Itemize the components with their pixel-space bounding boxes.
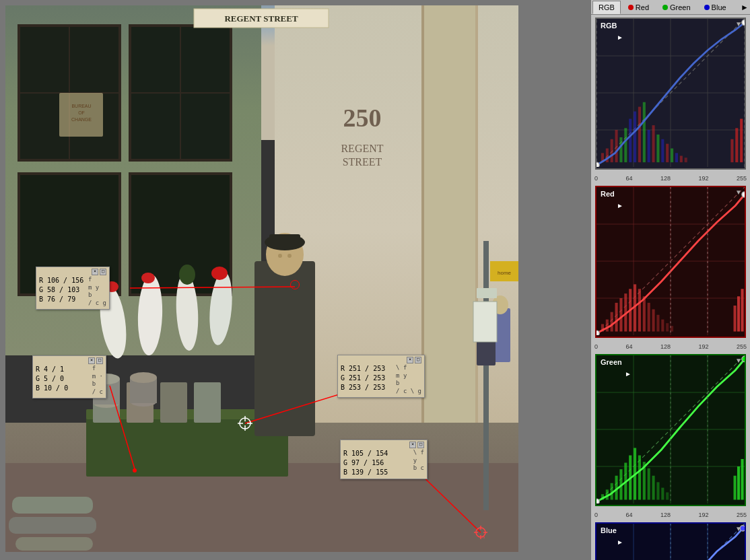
popup-max-2[interactable]: □	[96, 357, 103, 364]
svg-point-59	[130, 372, 157, 383]
right-panel: RGB Red Green Blue ► RGB ► ▼	[591, 0, 750, 560]
red-channel-wrapper: Red ► ▼	[593, 184, 748, 339]
svg-text:CHANGE: CHANGE	[71, 117, 92, 122]
tab-green-dot	[662, 5, 668, 10]
red-channel-panel: Red ► ▼	[595, 186, 746, 338]
svg-rect-135	[661, 320, 664, 332]
svg-rect-91	[611, 139, 613, 162]
popup-max-1[interactable]: □	[100, 269, 106, 275]
red-nav-arrow[interactable]: ▼	[735, 188, 742, 196]
svg-rect-167	[734, 476, 737, 500]
svg-rect-103	[666, 144, 669, 163]
svg-text:OF: OF	[78, 110, 85, 115]
svg-rect-140	[741, 289, 744, 331]
svg-rect-46	[269, 234, 300, 248]
marker-crosshair-3[interactable]	[238, 416, 252, 431]
svg-point-170	[596, 499, 599, 503]
red-axis-192: 192	[698, 343, 708, 350]
svg-point-40	[141, 273, 155, 283]
popup1-b: B 76 / 79	[39, 295, 87, 304]
popup-max-4[interactable]: □	[417, 442, 424, 448]
svg-rect-43	[254, 261, 315, 436]
svg-text:STREET: STREET	[343, 156, 382, 168]
rgb-axis-0: 0	[594, 175, 598, 182]
svg-text:BUREAU: BUREAU	[71, 104, 91, 108]
green-axis-255: 255	[737, 512, 747, 518]
popup-close-4[interactable]: ×	[409, 442, 416, 448]
svg-text:250: 250	[343, 104, 382, 132]
color-popup-3[interactable]: × □ R 251 / 253 G 251 / 253 B 253 / 253 …	[337, 355, 425, 398]
svg-rect-94	[624, 128, 627, 162]
popup4-b: B 139 / 155	[343, 468, 412, 477]
red-pointer[interactable]: ►	[617, 202, 623, 209]
popup-close-1[interactable]: ×	[92, 269, 98, 275]
svg-rect-134	[656, 315, 659, 332]
svg-rect-62	[15, 537, 93, 551]
svg-rect-166	[666, 493, 669, 500]
tab-rgb[interactable]: RGB	[592, 1, 621, 14]
nav-arrow-right[interactable]: ►	[741, 3, 749, 12]
svg-rect-96	[634, 112, 636, 163]
blue-channel-panel: Blue ► ▼	[595, 522, 746, 560]
rgb-nav-arrow[interactable]: ▼	[735, 20, 742, 28]
svg-rect-107	[685, 158, 687, 162]
svg-rect-105	[675, 153, 678, 162]
popup1-g: G 58 / 103	[39, 285, 87, 295]
red-axis-0: 0	[594, 343, 598, 350]
green-pointer[interactable]: ►	[625, 370, 632, 378]
tab-red-label: Red	[636, 3, 649, 11]
svg-rect-66	[473, 302, 497, 342]
photo-container: BUREAU OF CHANGE 250 REGENT STREET REGEN…	[5, 5, 518, 552]
color-popup-2[interactable]: × □ R 4 / 1 G 5 / 0 B 10 / 0 f m · b / c	[32, 355, 106, 398]
marker-compass-4[interactable]: n	[473, 525, 488, 540]
popup1-letters: f m y b / c g	[88, 276, 106, 308]
rgb-axis-numbers: 0 64 128 192 255	[593, 175, 748, 182]
svg-rect-137	[671, 326, 673, 331]
color-popup-4[interactable]: × □ R 105 / 154 G 97 / 156 B 139 / 155 \…	[340, 440, 428, 479]
green-nav-arrow[interactable]: ▼	[735, 357, 742, 364]
tab-red[interactable]: Red	[622, 1, 655, 14]
green-channel-label: Green	[601, 358, 622, 366]
svg-rect-98	[643, 102, 646, 162]
rgb-pointer[interactable]: ►	[617, 34, 623, 41]
popup3-r: R 251 / 253	[341, 364, 395, 374]
svg-rect-136	[666, 323, 669, 331]
tab-green[interactable]: Green	[656, 1, 697, 14]
svg-point-47	[278, 254, 282, 258]
rgb-axis-255: 255	[737, 175, 747, 182]
svg-rect-169	[741, 459, 744, 500]
red-channel-label: Red	[601, 190, 615, 198]
tab-blue[interactable]: Blue	[698, 1, 732, 14]
popup2-g: G 5 / 0	[36, 374, 91, 384]
popup-close-2[interactable]: ×	[88, 357, 95, 364]
svg-rect-34	[194, 382, 221, 423]
svg-rect-164	[656, 482, 659, 499]
tab-rgb-label: RGB	[599, 3, 615, 11]
panels-container: RGB ► ▼	[591, 15, 750, 560]
marker-dot-2[interactable]	[133, 468, 137, 473]
svg-rect-61	[9, 517, 96, 534]
popup-close-3[interactable]: ×	[407, 357, 413, 363]
popup-max-3[interactable]: □	[415, 357, 421, 363]
svg-rect-104	[671, 149, 673, 163]
blue-nav-arrow[interactable]: ▼	[735, 525, 742, 532]
rgb-axis-192: 192	[698, 175, 708, 182]
svg-rect-95	[629, 119, 632, 163]
green-channel-wrapper: Green ► ▼	[593, 353, 748, 508]
color-popup-1[interactable]: × □ R 106 / 156 G 58 / 103 B 76 / 79 f m…	[36, 267, 110, 310]
svg-rect-125	[615, 303, 618, 332]
svg-rect-139	[737, 296, 740, 331]
svg-rect-110	[740, 119, 743, 163]
svg-rect-126	[619, 298, 622, 332]
blue-pointer[interactable]: ►	[617, 538, 623, 546]
green-axis-192: 192	[698, 512, 708, 518]
popup2-r: R 4 / 1	[36, 365, 91, 374]
svg-point-41	[211, 267, 228, 280]
svg-rect-97	[638, 107, 641, 163]
marker-circle-1[interactable]	[290, 280, 300, 289]
main-image-area: BUREAU OF CHANGE 250 REGENT STREET REGEN…	[0, 0, 591, 560]
svg-point-112	[742, 20, 745, 25]
svg-point-111	[596, 162, 599, 167]
svg-rect-162	[648, 468, 650, 500]
rgb-channel-panel: RGB ► ▼	[595, 18, 746, 170]
